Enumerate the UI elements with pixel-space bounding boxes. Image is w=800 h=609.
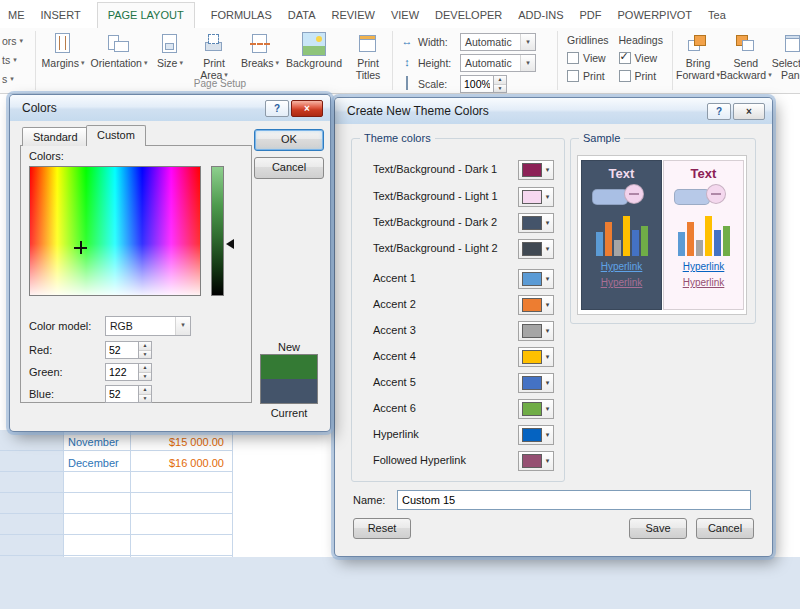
- arrange-group: Bring Forward▾ Send Backward▾ Selection …: [674, 28, 800, 93]
- theme-color-swatch-dropdown[interactable]: ▾: [518, 187, 554, 207]
- color-model-dropdown[interactable]: RGB ▾: [105, 316, 191, 336]
- tab-pdf[interactable]: PDF: [580, 3, 602, 28]
- tab-add-ins[interactable]: ADD-INS: [518, 3, 563, 28]
- orientation-button[interactable]: Orientation▾: [89, 28, 149, 93]
- checkbox-icon[interactable]: [567, 70, 579, 82]
- dialog-titlebar[interactable]: Colors ? ×: [10, 95, 330, 121]
- margins-button[interactable]: Margins▾: [37, 28, 89, 93]
- bring-forward-icon: [686, 32, 710, 56]
- print-titles-button[interactable]: Print Titles: [345, 28, 391, 93]
- height-dropdown[interactable]: Automatic ▾: [460, 54, 536, 72]
- theme-name-input[interactable]: [397, 490, 751, 510]
- cancel-button[interactable]: Cancel: [696, 518, 754, 539]
- tab-custom[interactable]: Custom: [86, 125, 146, 146]
- scale-input[interactable]: [460, 75, 494, 93]
- reset-button[interactable]: Reset: [353, 518, 411, 539]
- spin-down-icon[interactable]: ▼: [494, 85, 506, 93]
- ok-button[interactable]: OK: [254, 129, 324, 151]
- tab-view[interactable]: VIEW: [391, 3, 419, 28]
- ribbon-group-label-page-setup: Page Setup: [168, 78, 272, 89]
- color-spectrum[interactable]: [29, 166, 201, 296]
- cell-amount[interactable]: $15 000.00: [132, 433, 224, 451]
- tab-page-layout[interactable]: PAGE LAYOUT: [97, 2, 195, 29]
- spin-up-icon[interactable]: ▲: [139, 342, 151, 351]
- theme-color-swatch-dropdown[interactable]: ▾: [518, 160, 554, 180]
- luminance-slider-arrow[interactable]: [226, 239, 234, 249]
- green-stepper[interactable]: ▲▼: [105, 363, 152, 381]
- worksheet-grid[interactable]: November $15 000.00 December $16 000.00: [0, 430, 233, 557]
- cell-month[interactable]: December: [68, 454, 126, 472]
- send-backward-icon: [734, 32, 758, 56]
- width-dropdown[interactable]: Automatic ▾: [460, 33, 536, 51]
- print-area-icon: [202, 32, 226, 56]
- background-button[interactable]: Background: [283, 28, 345, 93]
- cell-month[interactable]: November: [68, 433, 126, 451]
- save-button[interactable]: Save: [629, 518, 687, 539]
- selection-pane-button[interactable]: Selection Pane: [772, 28, 800, 93]
- sample-dark-panel: Text Hyperlink Hyperlink: [581, 160, 662, 310]
- custom-colors-panel: Colors: Color model: RGB ▾ Red: ▲▼ Green…: [20, 145, 252, 403]
- tab-developer[interactable]: DEVELOPER: [435, 3, 502, 28]
- headings-view-checkbox[interactable]: View: [619, 52, 663, 64]
- print-titles-icon: [356, 32, 380, 56]
- theme-color-swatch-dropdown[interactable]: ▾: [518, 399, 554, 419]
- group-separator: [672, 31, 673, 90]
- height-label: Height:: [418, 57, 456, 69]
- checkbox-icon[interactable]: [567, 52, 579, 64]
- tab-formulas[interactable]: FORMULAS: [211, 3, 272, 28]
- tab-review[interactable]: REVIEW: [332, 3, 375, 28]
- tab-powerpivot[interactable]: POWERPIVOT: [618, 3, 693, 28]
- theme-fonts-button[interactable]: ts▾: [0, 54, 34, 66]
- theme-effects-button[interactable]: s▾: [0, 73, 34, 85]
- tab-standard[interactable]: Standard: [22, 127, 89, 146]
- red-input[interactable]: [105, 341, 139, 359]
- spin-up-icon[interactable]: ▲: [139, 386, 151, 395]
- bring-forward-button[interactable]: Bring Forward▾: [676, 28, 720, 93]
- color-swatch: [522, 242, 542, 256]
- tab-home[interactable]: ME: [8, 3, 25, 28]
- new-label: New: [260, 341, 318, 353]
- spectrum-crosshair[interactable]: [74, 241, 87, 254]
- send-backward-button[interactable]: Send Backward▾: [720, 28, 772, 93]
- dialog-titlebar[interactable]: Create New Theme Colors ? ×: [335, 98, 772, 124]
- chevron-down-icon: ▾: [542, 431, 553, 439]
- luminance-bar[interactable]: [211, 166, 224, 296]
- close-button[interactable]: ×: [733, 103, 765, 120]
- gridlines-view-checkbox[interactable]: View: [567, 52, 608, 64]
- gridlines-print-checkbox[interactable]: Print: [567, 70, 608, 82]
- theme-color-swatch-dropdown[interactable]: ▾: [518, 451, 554, 471]
- theme-color-swatch-dropdown[interactable]: ▾: [518, 295, 554, 315]
- name-label: Name:: [353, 494, 385, 506]
- green-input[interactable]: [105, 363, 139, 381]
- help-button[interactable]: ?: [265, 100, 289, 117]
- theme-color-swatch-dropdown[interactable]: ▾: [518, 373, 554, 393]
- headings-print-checkbox[interactable]: Print: [619, 70, 663, 82]
- theme-color-swatch-dropdown[interactable]: ▾: [518, 425, 554, 445]
- red-stepper[interactable]: ▲▼: [105, 341, 152, 359]
- spin-up-icon[interactable]: ▲: [494, 76, 506, 85]
- help-button[interactable]: ?: [707, 103, 731, 120]
- spin-down-icon[interactable]: ▼: [139, 395, 151, 403]
- tab-team[interactable]: Tea: [708, 3, 726, 28]
- theme-color-swatch-dropdown[interactable]: ▾: [518, 213, 554, 233]
- checkbox-icon[interactable]: [619, 70, 631, 82]
- blue-input[interactable]: [105, 385, 139, 403]
- theme-color-swatch-dropdown[interactable]: ▾: [518, 269, 554, 289]
- theme-color-swatch-dropdown[interactable]: ▾: [518, 347, 554, 367]
- grid-line: [63, 430, 64, 557]
- cell-amount[interactable]: $16 000.00: [132, 454, 224, 472]
- spin-down-icon[interactable]: ▼: [139, 373, 151, 381]
- blue-stepper[interactable]: ▲▼: [105, 385, 152, 403]
- checkbox-icon[interactable]: [619, 52, 631, 64]
- theme-color-swatch-dropdown[interactable]: ▾: [518, 321, 554, 341]
- tab-insert[interactable]: INSERT: [41, 3, 81, 28]
- scale-stepper[interactable]: ▲▼: [460, 75, 507, 93]
- color-swatch: [522, 428, 542, 442]
- theme-color-swatch-dropdown[interactable]: ▾: [518, 239, 554, 259]
- theme-colors-button[interactable]: ors▾: [0, 35, 34, 47]
- close-button[interactable]: ×: [291, 100, 323, 117]
- cancel-button[interactable]: Cancel: [254, 157, 324, 179]
- spin-down-icon[interactable]: ▼: [139, 351, 151, 359]
- tab-data[interactable]: DATA: [288, 3, 316, 28]
- spin-up-icon[interactable]: ▲: [139, 364, 151, 373]
